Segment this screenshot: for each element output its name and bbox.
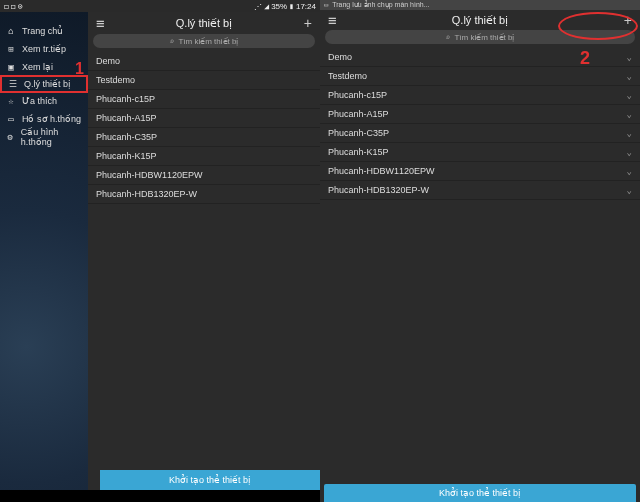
sidebar-item-liveview[interactable]: ⊞ Xem tr.tiếp bbox=[0, 40, 88, 58]
sidebar-label: Q.lý thiết bị bbox=[24, 79, 71, 89]
search-placeholder: Tìm kiếm thiết bị bbox=[178, 37, 238, 46]
header-left: ≡ Q.lý thiết bị + bbox=[88, 12, 320, 34]
status-bar-left: ◻ ◻ ⊙ ⋰ ◢ 35% ▮ 17:24 bbox=[0, 0, 320, 12]
chevron-down-icon: ⌄ bbox=[627, 109, 632, 119]
favorite-icon: ☆ bbox=[6, 96, 16, 106]
init-card-button-right[interactable]: Khởi tạo thẻ thiết bị bbox=[324, 484, 636, 502]
chevron-down-icon: ⌄ bbox=[627, 147, 632, 157]
search-input-right[interactable]: ⌕ Tìm kiếm thiết bị bbox=[325, 30, 635, 44]
device-item[interactable]: Phucanh-HDB1320EP-W⌄ bbox=[320, 181, 640, 200]
chevron-down-icon: ⌄ bbox=[627, 166, 632, 176]
battery-icon: ▮ bbox=[289, 2, 294, 11]
sidebar-label: Cấu hình h.thống bbox=[21, 127, 82, 147]
battery-text: 35% bbox=[271, 2, 287, 11]
init-card-button-left[interactable]: Khởi tạo thẻ thiết bị bbox=[100, 470, 320, 490]
sidebar-label: Xem tr.tiếp bbox=[22, 44, 66, 54]
device-item[interactable]: Phucanh-c15P⌄ bbox=[320, 86, 640, 105]
device-item[interactable]: Phucanh-K15P bbox=[88, 147, 320, 166]
device-item[interactable]: Phucanh-K15P⌄ bbox=[320, 143, 640, 162]
main-panel-left: ≡ Q.lý thiết bị + ⌕ Tìm kiếm thiết bị De… bbox=[88, 12, 320, 490]
search-icon: ⌕ bbox=[170, 37, 175, 46]
home-icon: ⌂ bbox=[6, 26, 16, 36]
sidebar: ⌂ Trang chủ ⊞ Xem tr.tiếp ▣ Xem lại ☰ Q.… bbox=[0, 12, 88, 490]
device-item[interactable]: Phucanh-HDB1320EP-W bbox=[88, 185, 320, 204]
annotation-2: 2 bbox=[580, 48, 590, 69]
device-item[interactable]: Phucanh-C35P bbox=[88, 128, 320, 147]
page-title: Q.lý thiết bị bbox=[176, 17, 232, 30]
device-item[interactable]: Phucanh-A15P bbox=[88, 109, 320, 128]
device-icon: ☰ bbox=[8, 79, 18, 89]
search-placeholder: Tìm kiếm thiết bị bbox=[454, 33, 514, 42]
add-device-icon[interactable]: + bbox=[624, 12, 632, 28]
sidebar-item-files[interactable]: ▭ Hồ sơ h.thống bbox=[0, 110, 88, 128]
chevron-down-icon: ⌄ bbox=[627, 71, 632, 81]
signal-icon: ◢ bbox=[264, 2, 269, 11]
device-item[interactable]: Demo bbox=[88, 52, 320, 71]
sidebar-item-home[interactable]: ⌂ Trang chủ bbox=[0, 22, 88, 40]
device-item[interactable]: Demo⌄ bbox=[320, 48, 640, 67]
header-right: ≡ Q.lý thiết bị + bbox=[320, 10, 640, 30]
status-time: 17:24 bbox=[296, 2, 316, 11]
notif-icon-2: ◻ bbox=[11, 2, 16, 11]
sidebar-label: Ưa thích bbox=[22, 96, 57, 106]
notif-icon-3: ⊙ bbox=[18, 2, 23, 11]
screenshot-icon: ▭ bbox=[324, 1, 328, 9]
gear-icon: ⚙ bbox=[6, 132, 15, 142]
live-icon: ⊞ bbox=[6, 44, 16, 54]
chevron-down-icon: ⌄ bbox=[627, 52, 632, 62]
sidebar-label: Xem lại bbox=[22, 62, 53, 72]
add-device-icon[interactable]: + bbox=[304, 15, 312, 31]
page-title: Q.lý thiết bị bbox=[452, 14, 508, 27]
status-bar-right: ▭ Trang lưu ảnh chụp màn hình... bbox=[320, 0, 640, 10]
device-item[interactable]: Testdemo⌄ bbox=[320, 67, 640, 86]
search-icon: ⌕ bbox=[446, 33, 451, 42]
device-item[interactable]: Phucanh-A15P⌄ bbox=[320, 105, 640, 124]
phone-right-panel: ▭ Trang lưu ảnh chụp màn hình... ≡ Q.lý … bbox=[320, 0, 640, 502]
chevron-down-icon: ⌄ bbox=[627, 128, 632, 138]
hamburger-icon[interactable]: ≡ bbox=[328, 12, 336, 28]
search-input-left[interactable]: ⌕ Tìm kiếm thiết bị bbox=[93, 34, 315, 48]
device-item[interactable]: Phucanh-C35P⌄ bbox=[320, 124, 640, 143]
sidebar-item-config[interactable]: ⚙ Cấu hình h.thống bbox=[0, 128, 88, 146]
chevron-down-icon: ⌄ bbox=[627, 90, 632, 100]
device-item[interactable]: Phucanh-HDBW1120EPW⌄ bbox=[320, 162, 640, 181]
phone-left-panel: ◻ ◻ ⊙ ⋰ ◢ 35% ▮ 17:24 ⌂ Trang chủ ⊞ Xem … bbox=[0, 0, 320, 502]
files-icon: ▭ bbox=[6, 114, 16, 124]
annotation-1: 1 bbox=[75, 60, 84, 78]
screenshot-text: Trang lưu ảnh chụp màn hình... bbox=[332, 1, 429, 9]
hamburger-icon[interactable]: ≡ bbox=[96, 15, 104, 31]
sidebar-item-favorite[interactable]: ☆ Ưa thích bbox=[0, 92, 88, 110]
device-item[interactable]: Phucanh-HDBW1120EPW bbox=[88, 166, 320, 185]
device-item[interactable]: Testdemo bbox=[88, 71, 320, 90]
sidebar-label: Trang chủ bbox=[22, 26, 63, 36]
device-list-left: Demo Testdemo Phucanh-c15P Phucanh-A15P … bbox=[88, 52, 320, 490]
sidebar-label: Hồ sơ h.thống bbox=[22, 114, 81, 124]
notif-icon: ◻ bbox=[4, 2, 9, 11]
chevron-down-icon: ⌄ bbox=[627, 185, 632, 195]
device-item[interactable]: Phucanh-c15P bbox=[88, 90, 320, 109]
device-list-right: Demo⌄ Testdemo⌄ Phucanh-c15P⌄ Phucanh-A1… bbox=[320, 48, 640, 502]
playback-icon: ▣ bbox=[6, 62, 16, 72]
wifi-icon: ⋰ bbox=[254, 2, 262, 11]
